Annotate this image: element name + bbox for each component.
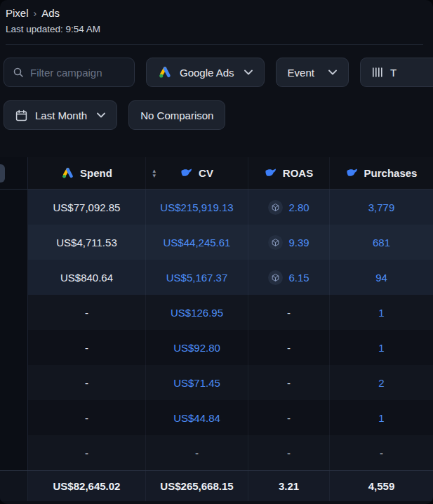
table-row[interactable]: - - - - <box>0 435 433 470</box>
pixel-ads-page: Pixel › Ads Last updated: 9:54 AM <box>0 0 433 504</box>
table-row[interactable]: - US$71.45 - 2 <box>0 365 433 400</box>
topbar: Pixel › Ads Last updated: 9:54 AM <box>0 0 433 45</box>
column-header-spend[interactable]: Spend ▴▾ <box>28 157 146 189</box>
spend-cell: - <box>28 365 146 400</box>
header-divider <box>6 44 423 45</box>
purchases-cell[interactable]: 94 <box>330 260 433 295</box>
total-cv: US$265,668.15 <box>146 471 248 501</box>
comparison-button[interactable]: No Comparison <box>128 100 225 130</box>
roas-value: - <box>287 307 291 319</box>
table-row[interactable]: - US$44.84 - 1 <box>0 400 433 435</box>
row-gutter <box>0 400 28 435</box>
channel-dropdown[interactable]: Google Ads <box>146 58 265 87</box>
purchases-cell[interactable]: 3,779 <box>330 190 433 225</box>
table-row[interactable]: US$4,711.53 US$44,245.61 9.39 681 <box>0 225 433 260</box>
event-dropdown[interactable]: Event <box>276 58 349 87</box>
column-header-purchases[interactable]: Purchases <box>330 157 433 189</box>
ads-metrics-table: Spend ▴▾ CV ROAS Purchases <box>0 157 433 501</box>
attribution-cube-icon <box>268 270 283 285</box>
channel-label: Google Ads <box>180 67 234 79</box>
row-gutter <box>0 435 28 470</box>
date-range-dropdown[interactable]: Last Month <box>4 100 117 130</box>
column-header-roas[interactable]: ROAS <box>248 157 330 189</box>
spend-cell: - <box>28 435 146 470</box>
filter-row-1: Google Ads Event T <box>4 58 429 87</box>
roas-value: 2.80 <box>288 201 309 213</box>
breadcrumb-root[interactable]: Pixel <box>6 7 29 19</box>
sort-toggle-icon[interactable]: ▴▾ <box>152 168 156 178</box>
row-gutter <box>0 365 28 400</box>
roas-cell: - <box>248 435 330 470</box>
attribution-cube-icon <box>268 235 283 250</box>
chevron-down-icon <box>97 112 105 118</box>
roas-cell: - <box>248 365 330 400</box>
table-header-row: Spend ▴▾ CV ROAS Purchases <box>0 157 433 190</box>
totals-gutter <box>0 471 28 501</box>
filter-bar: Google Ads Event T <box>0 58 433 130</box>
last-updated-text: Last updated: 9:54 AM <box>6 24 423 34</box>
columns-button[interactable]: T <box>360 58 433 87</box>
row-gutter <box>0 330 28 365</box>
table-row[interactable]: - US$126.95 - 1 <box>0 295 433 330</box>
cv-cell[interactable]: US$44,245.61 <box>146 225 248 260</box>
cv-cell[interactable]: US$71.45 <box>146 365 248 400</box>
date-range-label: Last Month <box>35 110 87 121</box>
event-label: Event <box>288 67 314 79</box>
chevron-down-icon <box>328 69 337 75</box>
purchases-cell[interactable]: 1 <box>330 295 433 330</box>
cv-cell[interactable]: US$92.80 <box>146 330 248 365</box>
triple-whale-icon <box>265 167 277 180</box>
roas-cell: 6.15 <box>248 260 330 295</box>
table-row[interactable]: - US$92.80 - 1 <box>0 330 433 365</box>
campaign-filter-search[interactable] <box>4 58 135 87</box>
roas-cell: - <box>248 330 330 365</box>
cv-header-label: CV <box>199 167 213 179</box>
table-row[interactable]: US$840.64 US$5,167.37 6.15 94 <box>0 260 433 295</box>
row-gutter <box>0 190 28 225</box>
purchases-cell[interactable]: 1 <box>330 400 433 435</box>
roas-cell: 2.80 <box>248 190 330 225</box>
filter-row-2: Last Month No Comparison <box>4 100 429 130</box>
purchases-cell[interactable]: 1 <box>330 330 433 365</box>
breadcrumb-separator-icon: › <box>34 8 37 19</box>
triple-whale-icon <box>180 167 193 180</box>
total-roas: 3.21 <box>248 471 330 501</box>
row-gutter <box>0 260 28 295</box>
left-edge-handle[interactable] <box>0 164 5 183</box>
roas-value: 6.15 <box>288 272 309 284</box>
triple-whale-icon <box>346 167 359 180</box>
google-ads-icon <box>61 166 74 180</box>
cv-cell[interactable]: - <box>146 435 248 470</box>
roas-header-label: ROAS <box>283 167 313 179</box>
roas-cell: - <box>248 295 330 330</box>
table-row[interactable]: US$77,092.85 US$215,919.13 2.80 3,779 <box>0 190 433 225</box>
row-gutter <box>0 225 28 260</box>
spend-cell: US$4,711.53 <box>28 225 146 260</box>
roas-value: - <box>287 377 291 389</box>
roas-value: - <box>287 447 291 459</box>
cv-cell[interactable]: US$44.84 <box>146 400 248 435</box>
roas-value: - <box>287 342 291 354</box>
columns-label: T <box>390 67 397 79</box>
comparison-label: No Comparison <box>140 110 213 121</box>
calendar-icon <box>15 110 27 121</box>
cv-cell[interactable]: US$126.95 <box>146 295 248 330</box>
purchases-cell[interactable]: 681 <box>330 225 433 260</box>
google-ads-icon <box>158 65 172 79</box>
spend-header-label: Spend <box>80 167 112 179</box>
column-header-cv[interactable]: CV <box>146 157 248 189</box>
attribution-cube-icon <box>268 200 283 215</box>
cv-cell[interactable]: US$215,919.13 <box>146 190 248 225</box>
roas-value: - <box>287 412 291 424</box>
breadcrumb-current: Ads <box>41 7 60 19</box>
spend-cell: US$77,092.85 <box>28 190 146 225</box>
total-spend: US$82,645.02 <box>28 471 146 501</box>
table-totals-row: US$82,645.02 US$265,668.15 3.21 4,559 <box>0 470 433 501</box>
purchases-cell[interactable]: 2 <box>330 365 433 400</box>
search-input[interactable] <box>30 67 126 79</box>
purchases-cell[interactable]: - <box>330 435 433 470</box>
spend-cell: - <box>28 295 146 330</box>
cv-cell[interactable]: US$5,167.37 <box>146 260 248 295</box>
breadcrumb: Pixel › Ads <box>6 7 423 19</box>
roas-value: 9.39 <box>288 237 309 248</box>
